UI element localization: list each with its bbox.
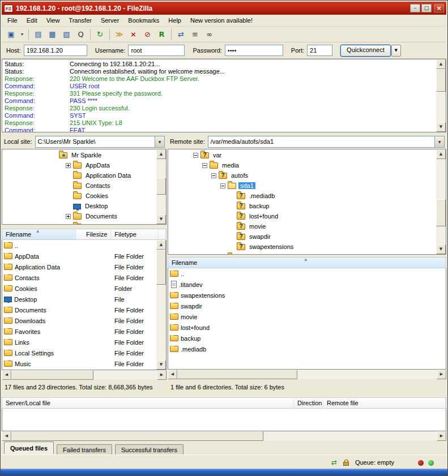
scroll-right-icon[interactable]: ▶ xyxy=(157,370,167,380)
file-row[interactable]: ContactsFile Folder xyxy=(2,272,166,283)
refresh-icon[interactable]: ↻ xyxy=(93,28,106,41)
directory-comparison-icon[interactable]: ⇄ xyxy=(174,28,187,41)
file-row[interactable]: CookiesFolder xyxy=(2,283,166,294)
disconnect-icon[interactable]: ⊘ xyxy=(141,28,154,41)
menu-new-version[interactable]: New version available! xyxy=(186,16,257,25)
remote-site-combo[interactable]: /var/media/autofs/sda1 ▼ xyxy=(208,136,445,148)
scroll-down-icon[interactable]: ▼ xyxy=(156,360,166,370)
scrollbar-thumb[interactable] xyxy=(156,178,166,195)
tree-item[interactable]: swapdir xyxy=(168,231,446,242)
scroll-up-icon[interactable]: ▲ xyxy=(436,149,446,159)
column-header-filesize[interactable]: Filesize xyxy=(76,229,112,239)
site-manager-icon[interactable]: ▣ xyxy=(5,28,18,41)
synchronized-browsing-icon[interactable]: ≡ xyxy=(189,28,202,41)
collapse-icon[interactable] xyxy=(202,163,207,168)
speed-limit-icon[interactable]: ⇄ xyxy=(331,458,337,466)
close-button[interactable]: × xyxy=(434,4,444,12)
process-queue-icon[interactable]: ≫ xyxy=(113,28,126,41)
toggle-queue-icon[interactable]: Q xyxy=(74,28,87,41)
tree-item[interactable]: Cookies xyxy=(2,191,166,201)
reconnect-icon[interactable]: R xyxy=(155,28,168,41)
tree-item[interactable]: AppData xyxy=(2,160,166,170)
scroll-up-icon[interactable]: ▲ xyxy=(156,240,166,250)
queue-hscrollbar[interactable]: ◀ ▶ xyxy=(2,431,446,441)
tree-item[interactable]: movie xyxy=(168,221,446,231)
scrollbar-thumb[interactable] xyxy=(11,370,93,380)
file-row[interactable]: FavoritesFile Folder xyxy=(2,326,166,337)
expand-icon[interactable] xyxy=(66,214,71,219)
tab-failed-transfers[interactable]: Failed transfers xyxy=(57,444,112,456)
file-row[interactable]: .mediadb xyxy=(168,344,446,354)
menu-file[interactable]: File xyxy=(3,16,22,25)
tree-item[interactable]: swapextensions xyxy=(168,242,446,252)
tree-item-selected[interactable]: sda1 xyxy=(168,181,446,191)
username-input[interactable] xyxy=(128,45,185,56)
menu-edit[interactable]: Edit xyxy=(22,16,42,25)
remote-hscrollbar[interactable]: ◀ ▶ xyxy=(168,370,446,379)
expand-icon[interactable] xyxy=(66,224,71,225)
tree-item[interactable]: media xyxy=(168,160,446,170)
tree-item[interactable]: Desktop xyxy=(2,201,166,211)
file-row[interactable]: swapdir xyxy=(168,301,446,311)
site-manager-dropdown-icon[interactable]: ▾ xyxy=(19,28,25,41)
tree-item[interactable]: lost+found xyxy=(168,211,446,221)
expand-icon[interactable] xyxy=(220,255,225,255)
scrollbar-thumb[interactable] xyxy=(177,370,297,379)
scroll-left-icon[interactable]: ◀ xyxy=(2,431,11,441)
port-input[interactable] xyxy=(307,45,332,56)
chevron-down-icon[interactable]: ▼ xyxy=(155,136,164,147)
tree-item[interactable]: Documents xyxy=(2,211,166,221)
tree-item[interactable]: autofs xyxy=(168,170,446,181)
toggle-local-tree-icon[interactable]: ▦ xyxy=(46,28,59,41)
encryption-lock-icon[interactable] xyxy=(343,462,349,466)
file-row[interactable]: .. xyxy=(168,268,446,279)
scroll-right-icon[interactable]: ▶ xyxy=(437,370,446,379)
host-input[interactable] xyxy=(24,45,87,56)
chevron-down-icon[interactable]: ▼ xyxy=(434,136,444,147)
file-row[interactable]: .titandev xyxy=(168,279,446,290)
column-header-filetype[interactable]: Filetype xyxy=(111,229,159,239)
log-scrollbar[interactable]: ▲ ▼ xyxy=(436,59,446,132)
file-row[interactable]: .. xyxy=(2,240,166,251)
menu-help[interactable]: Help xyxy=(164,16,186,25)
file-row[interactable]: MusicFile Folder xyxy=(2,358,166,369)
local-list-scrollbar[interactable]: ▲ ▼ xyxy=(156,240,166,370)
minimize-button[interactable]: – xyxy=(410,4,420,12)
tree-item[interactable]: Mr Sparkle xyxy=(2,150,166,160)
toggle-remote-tree-icon[interactable]: ▧ xyxy=(60,28,73,41)
scroll-up-icon[interactable]: ▲ xyxy=(156,149,166,159)
scrollbar-thumb[interactable] xyxy=(436,69,446,92)
scroll-up-icon[interactable]: ▲ xyxy=(436,59,446,69)
maximize-button[interactable]: □ xyxy=(421,4,432,12)
file-row[interactable]: swapextensions xyxy=(168,290,446,301)
menu-server[interactable]: Server xyxy=(96,16,123,25)
tree-item[interactable]: Contacts xyxy=(2,181,166,191)
scrollbar-thumb[interactable] xyxy=(156,250,166,285)
tab-successful-transfers[interactable]: Successful transfers xyxy=(115,444,184,456)
scroll-left-icon[interactable]: ◀ xyxy=(2,370,11,380)
file-row[interactable]: backup xyxy=(168,333,446,344)
quickconnect-button[interactable]: Quickconnect xyxy=(340,45,391,57)
toggle-message-log-icon[interactable]: ▤ xyxy=(32,28,45,41)
local-hscrollbar[interactable]: ◀ ▶ xyxy=(2,370,167,380)
menu-view[interactable]: View xyxy=(42,16,65,25)
collapse-icon[interactable] xyxy=(211,173,216,178)
menu-transfer[interactable]: Transfer xyxy=(64,16,96,25)
file-row[interactable]: DownloadsFile Folder xyxy=(2,315,166,326)
local-site-combo[interactable]: C:\Users\Mr Sparkle\ ▼ xyxy=(35,136,165,148)
password-input[interactable] xyxy=(225,45,283,56)
tree-item[interactable]: Downloads xyxy=(2,221,166,225)
file-row[interactable]: Application DataFile Folder xyxy=(2,261,166,272)
file-row[interactable]: DesktopFile xyxy=(2,294,166,305)
file-row[interactable]: Local SettingsFile Folder xyxy=(2,348,166,358)
file-row[interactable]: DocumentsFile Folder xyxy=(2,305,166,315)
tree-item[interactable]: Application Data xyxy=(2,170,166,181)
tree-item[interactable]: var xyxy=(168,150,446,160)
file-row[interactable]: movie xyxy=(168,311,446,322)
collapse-icon[interactable] xyxy=(193,153,198,158)
file-row[interactable]: lost+found xyxy=(168,322,446,333)
tab-queued-files[interactable]: Queued files xyxy=(4,441,54,454)
scroll-down-icon[interactable]: ▼ xyxy=(156,215,166,224)
expand-icon[interactable] xyxy=(66,163,71,168)
scroll-down-icon[interactable]: ▼ xyxy=(436,122,446,132)
